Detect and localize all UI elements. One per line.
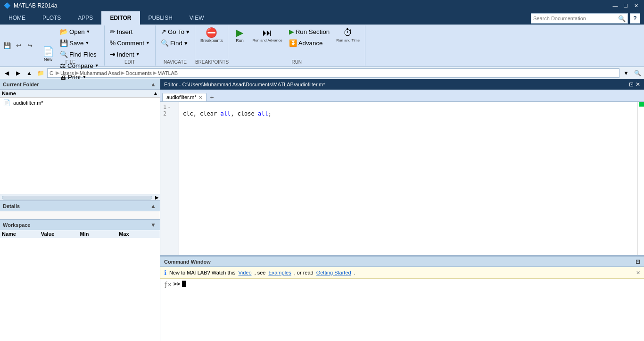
line-2-num: 2 [163,110,166,117]
print-button[interactable]: 🖨 Print ▼ [58,72,101,82]
command-prompt: >> [173,281,180,287]
search-input[interactable] [533,16,618,21]
titlebar: 🔷 MATLAB R2014a — ☐ ✕ [0,0,644,11]
advance-icon: ⏬ [289,39,297,47]
info-video-link[interactable]: Video [239,270,252,275]
new-icon: 📄 [42,47,54,56]
editor-right-bar [637,102,644,255]
code-line-1: clc, clear all, close all; [183,110,272,117]
command-window-titlebar: Command Window ⊡ [160,257,644,267]
indent-button[interactable]: ⇥ Indent ▼ [107,49,152,59]
editor-content[interactable]: 1 - 2 clc, clear all, close all; [160,102,644,255]
ribbon-group-run: ▶ Run ⏭ Run and Advance ▶ Run Section ⏬ … [228,25,365,66]
path-search-icon[interactable]: 🔍 [633,68,642,78]
open-button[interactable]: 📂 Open ▼ [58,26,101,37]
ribbon-toolbar: 💾 ↩ ↪ 📄 New 📂 Open ▼ 💾 Save [0,25,644,67]
workspace-header: Workspace ▼ [0,220,160,230]
indent-dropdown-icon: ▼ [136,52,140,57]
insert-button[interactable]: ✏ Insert [107,26,152,37]
tab-home[interactable]: HOME [0,11,34,25]
details-collapse[interactable]: ▲ [149,203,157,209]
info-examples-link[interactable]: Examples [268,270,291,275]
search-icon[interactable]: 🔍 [618,15,626,22]
help-icon[interactable]: ? [630,13,640,24]
maximize-button[interactable]: ☐ [621,2,630,9]
run-time-button[interactable]: ⏱ Run and Time [334,26,362,44]
line-2-marker: 2 [163,110,176,117]
print-icon: 🖨 [60,73,66,81]
save-button[interactable]: 💾 Save ▼ [58,38,101,48]
open-icon: 📂 [60,28,68,35]
tab-plots[interactable]: PLOTS [34,11,69,25]
run-icon: ▶ [236,28,243,37]
editor-undock-btn[interactable]: ⊡ [629,81,634,88]
path-documents: Documents [125,70,152,76]
address-path[interactable]: C: ▶ Users ▶ Muhammad Asad ▶ Documents ▶… [47,68,619,78]
run-section-button[interactable]: ▶ Run Section [287,26,332,37]
info-started-link[interactable]: Getting Started [316,270,351,275]
open-dropdown-icon: ▼ [86,29,91,34]
tab-close-icon[interactable]: ✕ [198,95,202,100]
new-tab-button[interactable]: + [207,93,217,101]
forward-button[interactable]: ▶ [13,68,23,78]
line-numbers: 1 - 2 [160,102,179,255]
editor-close-btn[interactable]: ✕ [636,81,640,88]
info-bar-close[interactable]: ✕ [636,270,640,276]
save-quick-btn[interactable]: 💾 [2,41,12,51]
details-actions: ▲ [149,203,157,209]
ws-min-col: Min [80,231,119,237]
command-window-title: Command Window [164,259,211,265]
ribbon-group-file: 📄 New 📂 Open ▼ 💾 Save ▼ 🔍 Find Files [37,25,105,66]
breakpoints-button[interactable]: ⛔ Breakpoints [198,26,225,44]
undo-btn[interactable]: ↩ [13,41,24,51]
code-editor[interactable]: clc, clear all, close all; [179,102,637,255]
redo-btn[interactable]: ↪ [25,41,35,51]
tab-apps[interactable]: APPS [69,11,101,25]
line-1-num: 1 [163,104,166,110]
indent-icon: ⇥ [110,50,116,58]
up-button[interactable]: ▲ [25,68,34,78]
info-see: , see [255,270,266,275]
code-status-mark [639,102,644,107]
folder-content[interactable]: 📄 audiofilter.m* [0,98,160,194]
close-button[interactable]: ✕ [632,2,640,9]
sep3: ▶ [121,70,124,76]
file-item-audiofilter[interactable]: 📄 audiofilter.m* [0,98,160,108]
title-left: 🔷 MATLAB R2014a [4,2,58,9]
workspace-panel: Workspace ▼ Name Value Min Max [0,220,160,341]
tab-publish[interactable]: PUBLISH [140,11,181,25]
print-dropdown-icon: ▼ [82,75,86,79]
tab-view[interactable]: VIEW [181,11,213,25]
details-title: Details [3,203,20,209]
info-text: New to MATLAB? Watch this [169,270,236,275]
editor-tab-audiofilter[interactable]: audiofilter.m* ✕ [162,93,206,101]
run-advance-icon: ⏭ [263,28,272,37]
path-dropdown-icon[interactable]: ▼ [621,68,631,78]
command-input-area[interactable]: ƒx >> [160,279,644,341]
command-window-expand[interactable]: ⊡ [636,258,640,265]
current-folder-actions: ▲ [149,81,157,88]
comment-dropdown-icon: ▼ [146,41,150,45]
back-button[interactable]: ◀ [2,68,11,78]
workspace-columns: Name Value Min Max [0,230,160,238]
minimize-button[interactable]: — [611,2,619,9]
find-icon: 🔍 [161,39,169,47]
scroll-right-btn[interactable]: ▶ [154,195,160,200]
goto-button[interactable]: ↗ Go To ▾ [158,26,192,37]
workspace-expand[interactable]: ▼ [149,222,157,228]
app-icon: 🔷 [4,2,11,9]
tab-editor[interactable]: EDITOR [101,11,140,25]
find-button[interactable]: 🔍 Find ▾ [158,38,192,48]
sep4: ▶ [153,70,157,76]
current-folder-collapse[interactable]: ▲ [149,81,157,88]
find-files-button[interactable]: 🔍 Find Files [58,49,101,59]
save-icon: 💾 [60,39,68,47]
left-scrollbar[interactable]: ▶ [0,194,160,200]
comment-button[interactable]: % Comment ▼ [107,38,152,48]
command-window: Command Window ⊡ ℹ New to MATLAB? Watch … [160,256,644,341]
line-2-dash [167,110,171,117]
run-advance-button[interactable]: ⏭ Run and Advance [250,26,284,44]
run-button[interactable]: ▶ Run [231,26,248,44]
advance-button[interactable]: ⏬ Advance [287,38,332,48]
info-icon: ℹ [164,269,166,276]
